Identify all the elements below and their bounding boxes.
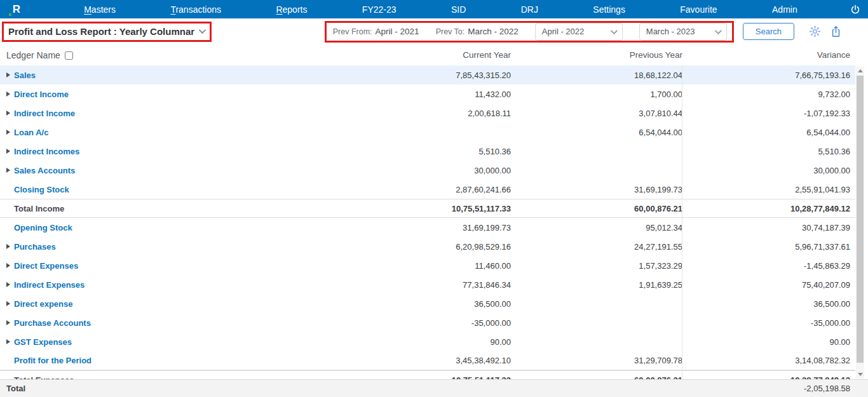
scroll-down-arrow[interactable] [856, 370, 864, 379]
nav-item-drj[interactable]: DRJ [521, 4, 538, 15]
ledger-name[interactable]: Loan A/c [14, 128, 48, 137]
ledger-name[interactable]: Indirect Expenses [14, 280, 85, 290]
previous-year-value: 60,00,876.21 [511, 204, 682, 213]
ledger-name[interactable]: Indirect Incomes [14, 147, 79, 156]
chevron-down-icon [611, 27, 618, 34]
nav-item-reports[interactable]: Reports [276, 4, 307, 15]
scroll-up-arrow[interactable] [856, 66, 864, 75]
expand-triangle-icon[interactable] [6, 282, 10, 287]
variance-value: 5,96,71,337.61 [682, 242, 855, 252]
variance-header: Variance [682, 50, 855, 60]
current-year-value: 36,500.00 [438, 299, 511, 309]
app-logo[interactable]: R [8, 3, 25, 17]
current-year-value: 11,432.00 [438, 90, 511, 99]
to-month-value: March - 2023 [646, 27, 695, 36]
expand-triangle-icon[interactable] [6, 149, 10, 154]
table-footer-row: Total -2,05,198.58 [0, 379, 868, 397]
variance-value: 2,55,91,041.93 [682, 185, 855, 194]
table-row: Total Income 10,75,51,117.33 60,00,876.2… [0, 199, 855, 218]
table-row: Indirect Incomes 5,510.36 5,510.36 [0, 142, 855, 161]
ledger-name[interactable]: Purchases [14, 242, 56, 252]
variance-value: -1,07,192.33 [682, 109, 855, 118]
variance-value: 30,74,187.39 [682, 223, 855, 232]
previous-year-value: 24,27,191.55 [511, 242, 682, 252]
expand-triangle-icon[interactable] [6, 263, 10, 268]
ledger-name[interactable]: Sales Accounts [14, 166, 75, 175]
vertical-scrollbar[interactable] [856, 66, 864, 379]
variance-column-divider [682, 65, 682, 379]
ledger-cell: Indirect Incomes [6, 147, 438, 156]
prev-to: Prev To: March - 2022 [436, 27, 519, 36]
search-button[interactable]: Search [743, 23, 794, 40]
ledger-name[interactable]: GST Expenses [14, 337, 72, 347]
prev-to-value: March - 2022 [468, 27, 519, 36]
previous-year-value: 3,07,810.44 [511, 109, 682, 118]
ledger-name[interactable]: Purchase Accounts [14, 318, 91, 328]
variance-value: -35,000.00 [682, 318, 855, 328]
current-year-value: -35,000.00 [438, 318, 511, 328]
table-row: Direct expense 36,500.00 36,500.00 [0, 294, 855, 313]
nav-item-masters[interactable]: Masters [84, 4, 116, 15]
export-share-icon[interactable] [831, 25, 841, 37]
variance-value: 30,000.00 [682, 166, 855, 175]
nav-item-fy22-23[interactable]: FY22-23 [362, 4, 397, 15]
report-title-dropdown[interactable]: Profit and Loss Report : Yearly Columnar [2, 22, 212, 42]
expand-triangle-icon[interactable] [6, 91, 10, 97]
previous-year-value: 60,00,876.21 [511, 375, 682, 380]
previous-year-value: 1,700.00 [511, 90, 682, 99]
ledger-name-checkbox[interactable] [65, 51, 73, 60]
current-year-value: 11,460.00 [438, 261, 511, 271]
ledger-name[interactable]: Closing Stock [14, 185, 69, 194]
variance-value: 36,500.00 [682, 299, 855, 309]
ledger-name[interactable]: Opening Stock [14, 223, 72, 232]
ledger-cell: Direct Expenses [6, 261, 438, 271]
variance-value: 9,732.00 [682, 90, 855, 99]
nav-item-settings[interactable]: Settings [593, 4, 625, 15]
variance-value: 10,28,77,849.12 [682, 375, 855, 380]
to-month-dropdown[interactable]: March - 2023 [639, 23, 727, 41]
footer-total-variance: -2,05,198.58 [804, 384, 868, 393]
power-icon[interactable] [850, 4, 860, 15]
table-row: Closing Stock 2,87,60,241.66 31,69,199.7… [0, 180, 855, 199]
logo-letter: R [13, 3, 20, 16]
expand-triangle-icon[interactable] [6, 244, 10, 249]
expand-triangle-icon[interactable] [6, 339, 10, 344]
current-year-header: Current Year [438, 50, 511, 60]
previous-year-value: 31,29,709.78 [511, 356, 682, 365]
expand-triangle-icon[interactable] [6, 111, 10, 116]
expand-triangle-icon[interactable] [6, 72, 10, 77]
ledger-name[interactable]: Direct Income [14, 90, 69, 99]
ledger-cell: Indirect Expenses [6, 280, 438, 290]
nav-item-admin[interactable]: Admin [772, 4, 797, 15]
nav-item-transactions[interactable]: Transactions [170, 4, 221, 15]
ledger-name[interactable]: Total Income [14, 204, 64, 213]
current-year-value: 6,20,98,529.16 [438, 242, 511, 252]
previous-year-header: Previous Year [511, 50, 682, 60]
nav-item-favourite[interactable]: Favourite [680, 4, 717, 15]
variance-value: 90.00 [682, 337, 855, 347]
current-year-value: 5,510.36 [438, 147, 511, 156]
ledger-name[interactable]: Direct expense [14, 299, 73, 309]
prev-from: Prev From: April - 2021 [333, 27, 419, 36]
expand-triangle-icon[interactable] [6, 168, 10, 173]
previous-year-value: 31,69,199.73 [511, 185, 682, 194]
settings-gear-icon[interactable] [809, 25, 821, 37]
table-header-row: Ledger Name Current Year Previous Year V… [0, 44, 855, 65]
expand-triangle-icon[interactable] [6, 301, 10, 306]
ledger-name[interactable]: Direct Expenses [14, 261, 78, 271]
variance-value: 10,28,77,849.12 [682, 204, 855, 213]
ledger-name[interactable]: Indirect Income [14, 109, 75, 118]
expand-triangle-icon[interactable] [6, 130, 10, 135]
ledger-name[interactable]: Profit for the Period [14, 356, 92, 365]
table-row: Direct Income 11,432.00 1,700.00 9,732.0… [0, 84, 855, 104]
footer-total-label: Total [6, 384, 804, 393]
nav-item-sid[interactable]: SID [451, 4, 466, 15]
previous-year-value: 6,54,044.00 [511, 128, 682, 137]
ledger-name[interactable]: Total Expenses [14, 375, 74, 380]
scrollbar-thumb[interactable] [857, 76, 864, 363]
table-row: Sales Accounts 30,000.00 30,000.00 [0, 161, 855, 180]
ledger-cell: Total Income [6, 204, 438, 213]
expand-triangle-icon[interactable] [6, 320, 10, 325]
from-month-dropdown[interactable]: April - 2022 [535, 23, 623, 41]
ledger-name[interactable]: Sales [14, 71, 36, 80]
